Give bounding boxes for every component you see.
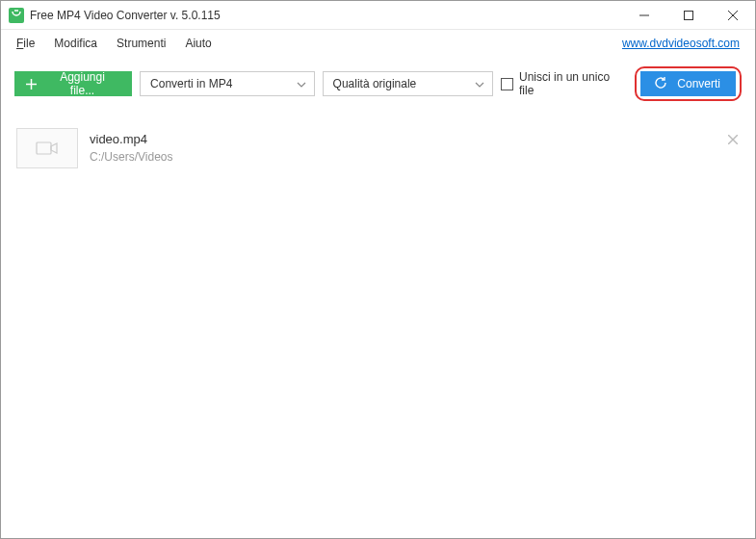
file-list: video.mp4 C:/Users/Videos	[1, 115, 755, 182]
add-file-label: Aggiungi file...	[46, 70, 118, 97]
convert-button[interactable]: Converti	[640, 71, 736, 96]
maximize-button[interactable]	[666, 1, 711, 29]
add-file-button[interactable]: Aggiungi file...	[14, 71, 132, 96]
menu-file[interactable]: File	[9, 33, 46, 54]
minimize-button[interactable]	[622, 1, 666, 29]
video-thumbnail	[16, 128, 78, 168]
quality-selected: Qualità originale	[333, 77, 417, 90]
format-selected: Converti in MP4	[150, 77, 232, 90]
menu-edit[interactable]: Modifica	[46, 33, 109, 54]
quality-dropdown[interactable]: Qualità originale	[323, 71, 493, 96]
plus-icon	[26, 79, 37, 90]
website-link[interactable]: www.dvdvideosoft.com	[622, 37, 740, 50]
merge-checkbox-wrap[interactable]: Unisci in un unico file	[501, 70, 627, 97]
chevron-down-icon	[475, 77, 484, 90]
file-info: video.mp4 C:/Users/Videos	[90, 128, 172, 164]
convert-highlight: Converti	[635, 66, 742, 101]
camera-icon	[36, 141, 59, 156]
merge-checkbox[interactable]	[501, 78, 513, 90]
menubar: File Modifica Strumenti Aiuto www.dvdvid…	[1, 30, 755, 57]
menu-help[interactable]: Aiuto	[177, 33, 222, 54]
toolbar: Aggiungi file... Converti in MP4 Qualità…	[1, 57, 755, 115]
menu-tools[interactable]: Strumenti	[109, 33, 177, 54]
titlebar: Free MP4 Video Converter v. 5.0.115	[1, 1, 755, 30]
app-title: Free MP4 Video Converter v. 5.0.115	[30, 9, 622, 22]
format-dropdown[interactable]: Converti in MP4	[140, 71, 314, 96]
svg-rect-1	[685, 11, 693, 19]
convert-label: Converti	[677, 77, 720, 90]
file-item[interactable]: video.mp4 C:/Users/Videos	[1, 115, 755, 182]
file-name: video.mp4	[90, 132, 172, 146]
svg-rect-6	[37, 142, 51, 154]
file-path: C:/Users/Videos	[90, 150, 172, 164]
remove-file-button[interactable]	[728, 132, 738, 147]
app-icon	[9, 8, 24, 23]
window-controls	[622, 1, 755, 29]
chevron-down-icon	[297, 77, 306, 90]
refresh-icon	[654, 76, 667, 92]
merge-label: Unisci in un unico file	[519, 70, 627, 97]
close-button[interactable]	[711, 1, 755, 29]
